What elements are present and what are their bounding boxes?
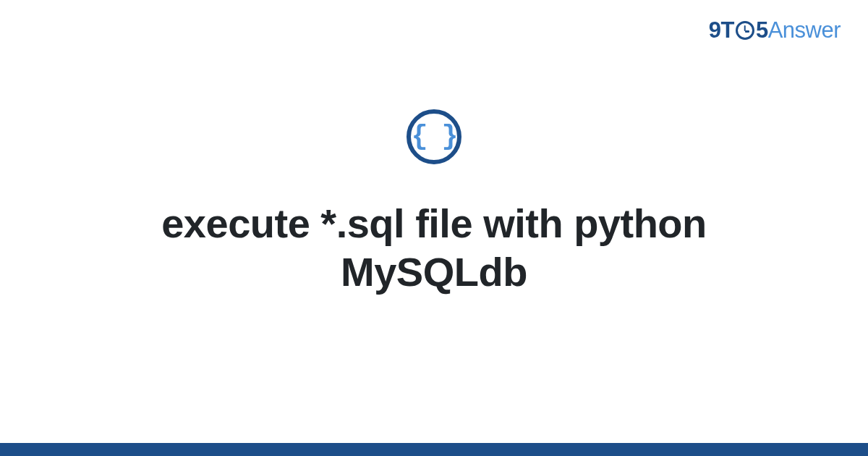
code-braces-icon: { } <box>407 109 461 164</box>
question-title: execute *.sql file with python MySQLdb <box>72 199 796 296</box>
footer-accent-bar <box>0 443 868 456</box>
main-content: { } execute *.sql file with python MySQL… <box>0 0 868 456</box>
topic-icon-wrapper: { } <box>407 109 461 164</box>
